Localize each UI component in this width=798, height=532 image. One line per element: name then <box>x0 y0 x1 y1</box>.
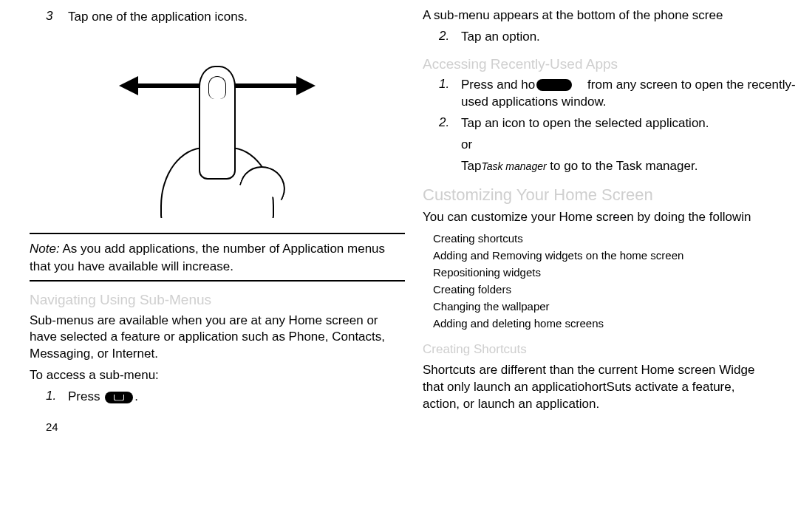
heading-submenus: Navigating Using Sub-Menus <box>30 292 405 308</box>
press-label: Press <box>68 389 100 403</box>
page-number: 24 <box>46 420 405 433</box>
heading-customizing: Customizing Your Home Screen <box>423 185 798 205</box>
bullet-wallpaper: Changing the wallpaper <box>433 299 798 314</box>
shortcuts-paragraph: Shortcuts are different than the current… <box>423 362 798 413</box>
note-block: Note: As you add applications, the numbe… <box>30 240 405 276</box>
arrow-left-icon <box>119 76 138 95</box>
note-text: As you add applications, the number of A… <box>30 242 385 273</box>
recent-step-1-number: 1. <box>439 77 461 111</box>
right-step-2-number: 2. <box>439 29 461 46</box>
menu-key-icon <box>105 392 133 403</box>
bullet-homescreens: Adding and deleting home screens <box>433 316 798 331</box>
bullet-reposition: Repositioning widgets <box>433 265 798 280</box>
task-manager-line: TapTask manager to go to the Task manage… <box>461 158 798 175</box>
submenu-step-1: 1. Press . <box>46 389 405 406</box>
bullet-shortcuts: Creating shortcuts <box>433 231 798 246</box>
step-3: 3 Tap one of the application icons. <box>46 9 405 26</box>
recent-or-line: or <box>461 137 798 154</box>
note-label: Note: <box>30 242 60 256</box>
submenus-paragraph: Sub-menus are available when you are at … <box>30 313 405 364</box>
recent-step-2-number: 2. <box>439 115 461 132</box>
recent-step-1: 1. Press and ho from any screen to open … <box>439 77 798 111</box>
swipe-gesture-figure <box>95 36 339 228</box>
recent-step-1-text: Press and ho from any screen to open the… <box>461 77 798 111</box>
recent-step-2-text: Tap an icon to open the selected applica… <box>461 115 798 132</box>
divider <box>30 280 405 282</box>
right-step-2: 2. Tap an option. <box>439 29 798 46</box>
finger-icon <box>199 66 236 180</box>
submenu-step-1-text: Press . <box>68 389 405 406</box>
step-3-number: 3 <box>46 9 68 26</box>
bullet-widgets: Adding and Removing widgets on the home … <box>433 248 798 263</box>
home-key-icon <box>536 79 572 91</box>
divider <box>30 233 405 234</box>
heading-recent-apps: Accessing Recently-Used Apps <box>423 56 798 72</box>
submenu-appears-line: A sub-menu appears at the bottom of the … <box>423 7 798 24</box>
heading-creating-shortcuts: Creating Shortcuts <box>423 341 798 358</box>
customize-paragraph: You can customize your Home screen by do… <box>423 209 798 226</box>
bullet-folders: Creating folders <box>433 282 798 297</box>
access-submenu-line: To access a sub-menu: <box>30 367 405 384</box>
recent-step-2: 2. Tap an icon to open the selected appl… <box>439 115 798 132</box>
submenu-step-1-number: 1. <box>46 389 68 406</box>
right-step-2-text: Tap an option. <box>461 29 798 46</box>
step-3-text: Tap one of the application icons. <box>68 9 405 26</box>
arrow-right-icon <box>296 76 316 95</box>
